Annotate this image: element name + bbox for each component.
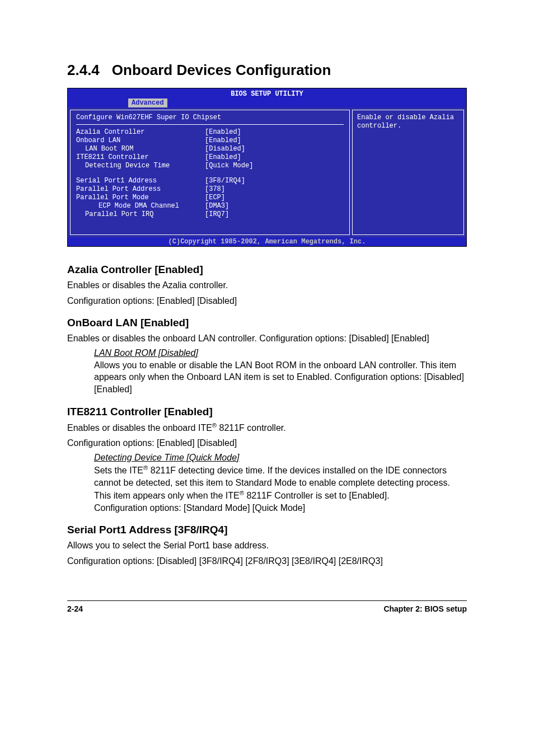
bios-row-value: [ECP] (205, 194, 225, 202)
section-number: 2.4.4 (67, 62, 100, 78)
bios-copyright: (C)Copyright 1985-2002, American Megatre… (68, 237, 466, 246)
bios-row-value: [Enabled] (205, 153, 241, 162)
bios-titlebar: BIOS SETUP UTILITY Advanced (68, 88, 466, 107)
bios-row: Parallel Port Mode[ECP] (76, 194, 344, 202)
bios-title: BIOS SETUP UTILITY (68, 90, 466, 98)
bios-chipset-title: Configure Win627EHF Super IO Chipset (76, 114, 344, 122)
bios-row-label: ITE8211 Controller (76, 153, 205, 162)
bios-screenshot: BIOS SETUP UTILITY Advanced Configure Wi… (67, 88, 467, 247)
text-ite-2: Configuration options: [Enabled] [Disabl… (67, 437, 467, 449)
registered-mark: ® (240, 490, 244, 496)
bios-row-value: [3F8/IRQ4] (205, 177, 245, 185)
section-title: Onboard Devices Configuration (112, 62, 331, 78)
bios-row-label: Serial Port1 Address (76, 177, 205, 185)
bios-row-label: Onboard LAN (76, 137, 205, 145)
section-heading: 2.4.4Onboard Devices Configuration (67, 62, 467, 79)
bios-row: Detecting Device Time[Quick Mode] (76, 162, 344, 170)
heading-serial-port1: Serial Port1 Address [3F8/IRQ4] (67, 524, 467, 536)
bios-row-value: [Enabled] (205, 128, 241, 137)
bios-row: ECP Mode DMA Channel[DMA3] (76, 202, 344, 210)
bios-row-label: Parallel Port Address (76, 185, 205, 194)
text-azalia-2: Configuration options: [Enabled] [Disabl… (67, 295, 467, 307)
bios-row-label: LAN Boot ROM (76, 145, 205, 153)
subitem-body-detecting: Sets the ITE® 8211F detecting device tim… (94, 464, 467, 514)
text-serial-2: Configuration options: [Disabled] [3F8/I… (67, 555, 467, 567)
subitem-title-detecting: Detecting Device Time [Quick Mode] (94, 453, 467, 463)
subitem-body-lan-boot-rom: Allows you to enable or disable the LAN … (94, 359, 467, 396)
bios-row-label: Parallel Port Mode (76, 194, 205, 202)
bios-row: Azalia Controller[Enabled] (76, 128, 344, 137)
bios-row: Parallel Port Address[378] (76, 185, 344, 194)
bios-row-value: [378] (205, 185, 225, 194)
bios-row-value: [Disabled] (205, 145, 245, 153)
bios-row: Parallel Port IRQ[IRQ7] (76, 210, 344, 219)
page-footer: 2-24 Chapter 2: BIOS setup (67, 600, 467, 613)
registered-mark: ® (212, 422, 217, 429)
bios-row-value: [IRQ7] (205, 210, 229, 219)
bios-row-value: [Quick Mode] (205, 162, 253, 170)
text-azalia-1: Enables or disables the Azalia controlle… (67, 279, 467, 292)
bios-row: ITE8211 Controller[Enabled] (76, 153, 344, 162)
bios-row-label: ECP Mode DMA Channel (76, 202, 205, 210)
subitem-detecting-device-time: Detecting Device Time [Quick Mode] Sets … (67, 453, 467, 514)
text-ite-1: Enables or disables the onboard ITE® 821… (67, 421, 467, 434)
bios-row: Onboard LAN[Enabled] (76, 137, 344, 145)
bios-row: LAN Boot ROM[Disabled] (76, 145, 344, 153)
bios-row-label: Azalia Controller (76, 128, 205, 137)
heading-ite8211: ITE8211 Controller [Enabled] (67, 406, 467, 418)
bios-main-panel: Configure Win627EHF Super IO Chipset Aza… (70, 110, 350, 235)
bios-separator (76, 124, 344, 125)
subitem-title-lan-boot-rom: LAN Boot ROM [Disabled] (94, 348, 467, 358)
heading-onboard-lan: OnBoard LAN [Enabled] (67, 317, 467, 329)
text-serial-1: Allows you to select the Serial Port1 ba… (67, 539, 467, 552)
bios-tab-advanced: Advanced (128, 98, 167, 107)
bios-row: Serial Port1 Address[3F8/IRQ4] (76, 177, 344, 185)
bios-row-value: [DMA3] (205, 202, 229, 210)
bios-row-value: [Enabled] (205, 137, 241, 145)
chapter-label: Chapter 2: BIOS setup (383, 604, 467, 613)
bios-row-label: Detecting Device Time (76, 162, 205, 170)
heading-azalia: Azalia Controller [Enabled] (67, 264, 467, 276)
subitem-lan-boot-rom: LAN Boot ROM [Disabled] Allows you to en… (67, 348, 467, 396)
text-onboard-lan: Enables or disables the onboard LAN cont… (67, 332, 467, 345)
page-number: 2-24 (67, 604, 83, 613)
bios-help-panel: Enable or disable Azalia controller. (352, 110, 464, 235)
bios-row-label: Parallel Port IRQ (76, 210, 205, 219)
